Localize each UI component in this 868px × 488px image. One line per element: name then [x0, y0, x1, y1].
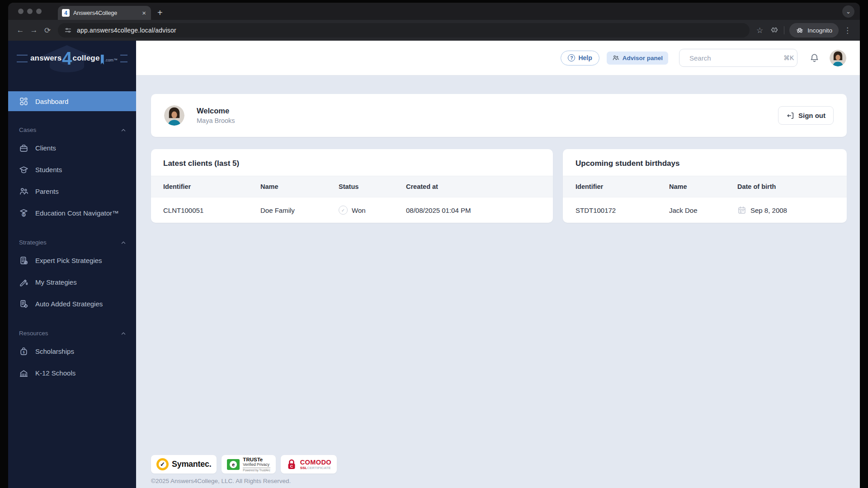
student-dob: Sep 8, 2008 [737, 206, 835, 215]
browser-tab[interactable]: 4 Answers4College × [58, 6, 151, 20]
column-header: Name [260, 183, 339, 190]
logo-text-answers: answers [30, 54, 61, 63]
sidebar-item-expert-pick-strategies[interactable]: Expert Pick Strategies [8, 249, 136, 271]
advisor-panel-badge[interactable]: Advisor panel [607, 52, 668, 65]
new-tab-button[interactable]: + [157, 8, 163, 18]
status-check-icon: ✓ [339, 206, 348, 215]
dashboard-grid-icon [19, 97, 28, 106]
sidebar-item-parents[interactable]: Parents [8, 180, 136, 202]
chevron-up-icon [121, 127, 126, 133]
advisor-panel-label: Advisor panel [623, 55, 663, 61]
incognito-icon [796, 26, 804, 34]
url-text: app.answers4college.local/advisor [77, 27, 176, 34]
site-settings-icon[interactable] [64, 27, 72, 34]
client-name: Doe Family [260, 206, 339, 214]
welcome-card: Welcome Maya Brooks Sign out [151, 94, 847, 137]
sidebar-item-scholarships[interactable]: $ Scholarships [8, 340, 136, 362]
sidebar-item-label: My Strategies [35, 278, 77, 286]
user-avatar[interactable] [830, 50, 846, 66]
upcoming-birthdays-card: Upcoming student birthdays Identifier Na… [563, 149, 847, 223]
truste-powered-by: Powered by TrustArc [243, 469, 270, 472]
section-label: Resources [19, 330, 48, 337]
latest-clients-title: Latest clients (last 5) [151, 149, 553, 176]
tab-search-button[interactable]: ⌄ [842, 5, 854, 18]
document-gear-icon [19, 299, 28, 309]
column-header: Name [669, 183, 737, 190]
window-controls [8, 3, 48, 20]
sidebar-item-label: Scholarships [35, 347, 74, 355]
briefcase-icon [19, 143, 28, 153]
student-identifier: STDT100172 [576, 206, 669, 214]
sidebar-section-strategies[interactable]: Strategies [8, 239, 136, 246]
search-box[interactable]: ⌘K [679, 49, 797, 67]
column-header: Status [339, 183, 406, 190]
client-identifier: CLNT100051 [163, 206, 260, 214]
advisor-name: Maya Brooks [197, 117, 235, 124]
sidebar-item-label: Education Cost Navigator™ [35, 209, 119, 217]
notifications-bell-icon[interactable] [809, 53, 820, 63]
symantec-label: Symantec. [172, 460, 211, 469]
sidebar-item-k12-schools[interactable]: K-12 Schools [8, 362, 136, 384]
browser-window: 4 Answers4College × + ⌄ ← → ⟳ app.answer… [8, 3, 860, 488]
tab-close-icon[interactable]: × [141, 9, 147, 16]
sidebar-item-dashboard[interactable]: Dashboard [8, 91, 136, 111]
column-header: Identifier [163, 183, 260, 190]
client-created-at: 08/08/2025 01:04 PM [406, 206, 541, 214]
sidebar-item-my-strategies[interactable]: My Strategies [8, 271, 136, 293]
calendar-icon [737, 206, 746, 215]
help-label: Help [578, 54, 592, 61]
sidebar-item-label: K-12 Schools [35, 369, 75, 377]
comodo-badge: C COMODO SSLCERTIFICATE [281, 455, 337, 474]
truste-e: e [230, 461, 237, 468]
sidebar-nav: Dashboard Cases Clients [8, 76, 136, 384]
symantec-check-icon: ✓ [156, 458, 169, 470]
sidebar-item-label: Students [35, 166, 62, 174]
section-label: Cases [19, 127, 36, 133]
question-icon: ? [568, 54, 575, 61]
comodo-certificate: CERTIFICATE [307, 466, 330, 470]
truste-badge: e TRUSTe Verified Privacy Powered by Tru… [222, 455, 275, 474]
chevron-up-icon [121, 240, 126, 245]
zoom-window-button[interactable] [36, 9, 42, 14]
sidebar-item-label: Dashboard [35, 98, 68, 105]
help-button[interactable]: ? Help [561, 51, 599, 66]
truste-subtitle: Verified Privacy [243, 463, 270, 468]
page-footer: ✓ Symantec. e TRUSTe Verified Privacy Po… [151, 455, 337, 484]
extensions-icon[interactable] [769, 26, 778, 34]
table-row[interactable]: STDT100172 Jack Doe Sep 8, 2008 [563, 197, 847, 223]
column-header: Date of birth [737, 183, 835, 190]
tab-title: Answers4College [73, 10, 137, 16]
truste-title: TRUSTe [243, 457, 270, 463]
back-button[interactable]: ← [14, 26, 27, 35]
sidebar-item-education-cost-navigator[interactable]: $ Education Cost Navigator™ [8, 202, 136, 224]
sidebar-section-cases[interactable]: Cases [8, 127, 136, 133]
reload-button[interactable]: ⟳ [41, 26, 54, 35]
graduation-cap-icon [19, 165, 28, 174]
bookmark-star-icon[interactable]: ☆ [756, 26, 763, 35]
table-row[interactable]: CLNT100051 Doe Family ✓ Won 08/08/2025 0… [151, 197, 553, 223]
search-input[interactable] [689, 54, 779, 62]
birthdays-header-row: Identifier Name Date of birth [563, 176, 847, 197]
logo-text-college: college [73, 54, 100, 63]
sidebar-item-auto-added-strategies[interactable]: Auto Added Strategies [8, 293, 136, 314]
profile-avatar [164, 105, 184, 126]
close-window-button[interactable] [18, 9, 24, 14]
sidebar-section-resources[interactable]: Resources [8, 330, 136, 337]
minimize-window-button[interactable] [27, 9, 33, 14]
app-logo[interactable]: answers 4 college .com™ [8, 41, 136, 76]
browser-menu-icon[interactable]: ⋮ [844, 26, 851, 35]
sidebar: answers 4 college .com™ Dashboard [8, 41, 136, 488]
advisor-people-icon [612, 54, 619, 61]
address-bar[interactable]: app.answers4college.local/advisor [58, 23, 750, 38]
sidebar-item-clients[interactable]: Clients [8, 137, 136, 159]
sign-out-button[interactable]: Sign out [778, 106, 834, 125]
symantec-badge: ✓ Symantec. [151, 455, 217, 474]
forward-button[interactable]: → [27, 26, 41, 35]
sidebar-item-students[interactable]: Students [8, 159, 136, 180]
sidebar-item-label: Parents [35, 188, 59, 195]
sign-out-label: Sign out [798, 112, 826, 119]
svg-text:$: $ [23, 350, 24, 354]
copyright-text: ©2025 Answers4College, LLC. All Rights R… [151, 478, 337, 484]
svg-text:$: $ [23, 213, 25, 216]
money-bag-icon: $ [19, 347, 28, 356]
